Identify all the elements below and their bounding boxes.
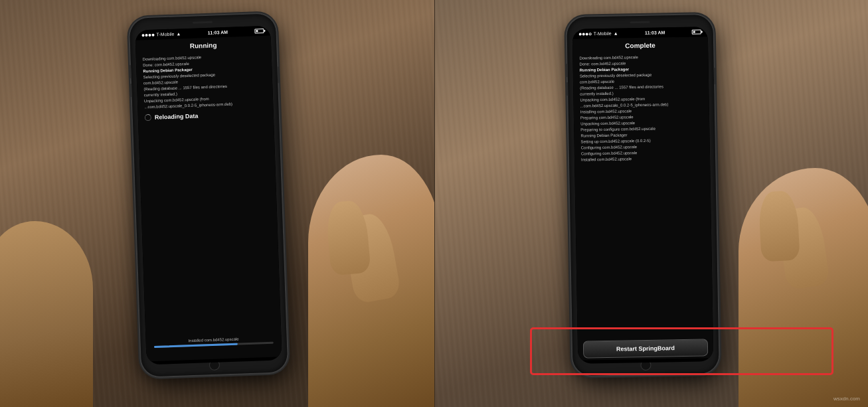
signal-left xyxy=(141,33,154,37)
vol-down-left xyxy=(130,84,132,97)
dot2r xyxy=(582,33,584,35)
reloading-label: Reloading Data xyxy=(154,113,198,121)
iphone-screen-right: T-Mobile ▲ 11:03 AM Complete Downloading… xyxy=(572,27,713,363)
right-panel: T-Mobile ▲ 11:03 AM Complete Downloading… xyxy=(434,0,869,407)
battery-fill-right xyxy=(693,31,695,33)
dot2 xyxy=(145,34,147,37)
iphone-speaker-left xyxy=(193,21,213,24)
time-right: 11:03 AM xyxy=(644,31,665,36)
restart-springboard-button[interactable]: Restart SpringBoard xyxy=(583,339,708,359)
vol-down-right xyxy=(566,82,568,96)
time-left: 11:03 AM xyxy=(207,30,228,35)
power-button-right xyxy=(713,68,715,84)
iphone-left: T-Mobile ▲ 11:03 AM Running Downloading … xyxy=(129,14,288,377)
battery-right xyxy=(691,30,701,35)
dot4 xyxy=(151,33,154,36)
dot4r xyxy=(588,33,591,35)
progress-fill xyxy=(154,343,238,348)
rlog-18: Installed com.bd452.upscale xyxy=(581,155,703,163)
vol-up-left xyxy=(129,65,131,78)
iphone-screen-left: T-Mobile ▲ 11:03 AM Running Downloading … xyxy=(135,26,282,365)
log-lines-left: Downloading com.bd452.upscale Done: com.… xyxy=(142,52,266,110)
iphone-speaker-right xyxy=(630,21,650,24)
watermark: wsxdn.com xyxy=(833,396,860,402)
hand-back-left xyxy=(0,221,93,407)
dot3r xyxy=(585,33,588,35)
screen-title-right: Complete xyxy=(579,41,701,50)
left-panel: T-Mobile ▲ 11:03 AM Running Downloading … xyxy=(0,0,434,407)
vol-up-right xyxy=(565,64,567,77)
carrier-left: T-Mobile xyxy=(156,32,174,37)
wifi-right: ▲ xyxy=(613,31,618,36)
reloading-section: Reloading Data xyxy=(144,110,266,121)
spinner-left xyxy=(144,114,151,121)
screen-title-left: Running xyxy=(142,40,264,51)
status-right-right xyxy=(691,30,701,35)
screen-content-right: Complete Downloading com.bd452.upscale D… xyxy=(572,37,713,360)
power-button-left xyxy=(277,66,280,83)
status-left-right: T-Mobile ▲ xyxy=(578,31,618,37)
progress-section: Installed com.bd452.upscale xyxy=(153,336,273,348)
battery-left xyxy=(254,29,264,33)
dot3 xyxy=(148,34,151,37)
dot1 xyxy=(141,34,144,37)
dot1r xyxy=(578,33,581,35)
status-right-left xyxy=(254,29,264,33)
log-lines-right: Downloading com.bd452.upscale Done: com.… xyxy=(579,54,703,163)
wifi-left: ▲ xyxy=(176,32,181,37)
iphone-right: T-Mobile ▲ 11:03 AM Complete Downloading… xyxy=(566,15,719,376)
carrier-right: T-Mobile xyxy=(593,31,611,36)
battery-fill-left xyxy=(256,30,258,32)
screen-content-left: Running Downloading com.bd452.upscale Do… xyxy=(135,36,282,362)
signal-right xyxy=(578,33,591,35)
status-left-left: T-Mobile ▲ xyxy=(141,32,181,38)
